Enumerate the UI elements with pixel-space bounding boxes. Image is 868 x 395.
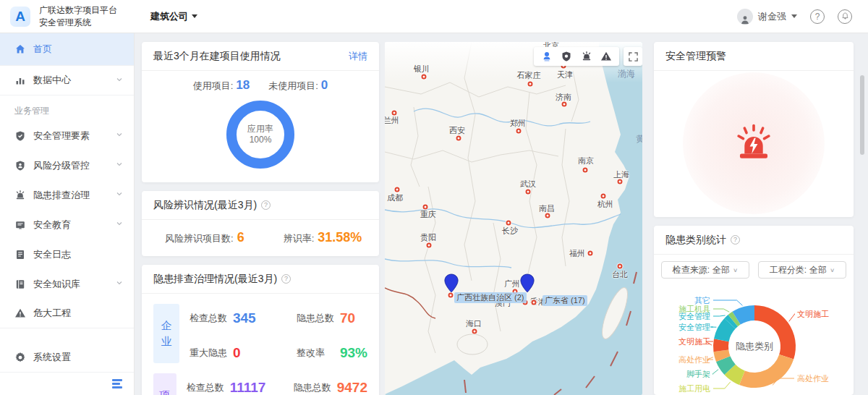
help-icon[interactable]: ? xyxy=(281,274,291,284)
gear-icon xyxy=(14,352,26,363)
used-projects-stat: 使用项目:18 xyxy=(193,78,250,93)
fullscreen-button[interactable] xyxy=(624,47,642,66)
sidebar-item-label: 安全教育 xyxy=(33,218,71,232)
sidebar-item-label: 安全管理要素 xyxy=(33,129,90,143)
usage-card-title: 最近3个月在建项目使用情况 xyxy=(153,50,281,63)
hazard-stat-label: 检查总数 xyxy=(187,381,230,394)
usage-donut-center: 应用率 100% xyxy=(226,100,295,169)
siren-alarm-icon xyxy=(733,122,775,164)
sidebar-item-危大工程[interactable]: 危大工程 xyxy=(0,299,134,328)
chevron-down-icon xyxy=(115,279,124,289)
project-type-select[interactable]: 工程分类: 全部 ∨ xyxy=(758,261,846,279)
map-toolbar-siren-icon[interactable] xyxy=(580,50,593,63)
sidebar-item-label: 安全日志 xyxy=(33,248,71,261)
sidebar-item-安全管理要素[interactable]: 安全管理要素 xyxy=(0,121,134,150)
chevron-down-icon xyxy=(115,160,124,171)
sidebar-section-label: 业务管理 xyxy=(0,95,134,121)
hazard-stat-label: 隐患总数 xyxy=(294,381,337,394)
map-toolbar-person-pin-icon[interactable] xyxy=(540,50,553,63)
donut-label-安全管理: 安全管理 xyxy=(654,311,710,322)
page-scrollbar[interactable] xyxy=(860,75,864,155)
sidebar-item-风险分级管控[interactable]: 风险分级管控 xyxy=(0,150,134,180)
region-cluster-tag[interactable]: 广西壮族自治区 (2) xyxy=(454,292,527,303)
help-button[interactable]: ? xyxy=(810,9,825,24)
donut-leader-line xyxy=(713,309,729,312)
shield-check-icon xyxy=(14,130,26,142)
journal-icon xyxy=(14,249,26,260)
hazard-stat-value: 70 xyxy=(340,310,367,326)
hazard-stat-value: 93% xyxy=(340,345,367,361)
risk-card-title: 风险辨识情况(最近3月) xyxy=(153,199,257,212)
donut-label-文明施工: 文明施工 xyxy=(654,336,710,347)
donut-label-脚手架: 脚手架 xyxy=(654,369,710,380)
home-icon xyxy=(14,43,26,55)
sidebar-item-安全知识库[interactable]: 安全知识库 xyxy=(0,269,134,299)
donut-leader-line xyxy=(713,300,743,305)
chevron-down-icon xyxy=(115,219,124,230)
map-pin-icon[interactable] xyxy=(520,273,535,296)
check-source-select[interactable]: 检查来源: 全部 ∨ xyxy=(661,261,749,279)
map-toolbar-warning-icon[interactable] xyxy=(600,50,613,63)
check-source-value: 全部 xyxy=(712,264,730,276)
sidebar-item-数据中心[interactable]: 数据中心 xyxy=(0,66,134,95)
risk-rate-value: 31.58% xyxy=(318,230,362,245)
chevron-down-icon xyxy=(115,190,124,200)
help-icon[interactable]: ? xyxy=(731,235,740,245)
map-toolbar-shield-icon[interactable] xyxy=(560,50,573,63)
region-cluster-tag[interactable]: 广东省 (17) xyxy=(542,295,587,306)
user-menu[interactable]: 谢金强 xyxy=(737,9,797,25)
user-name: 谢金强 xyxy=(758,10,786,23)
app-logo: A xyxy=(10,7,30,27)
donut-label-安全管理: 安全管理 xyxy=(654,322,710,333)
sidebar-item-label: 风险分级管控 xyxy=(33,159,90,172)
sidebar-item-label: 隐患排查治理 xyxy=(33,189,90,202)
hainan-island xyxy=(457,334,488,354)
risk-rate-stat: 辨识率:31.58% xyxy=(284,230,362,245)
help-icon[interactable]: ? xyxy=(261,200,271,210)
sidebar-item-首页[interactable]: 首页 xyxy=(0,33,134,66)
notification-button[interactable] xyxy=(838,9,852,24)
donut-label-施工用电: 施工用电 xyxy=(654,383,710,394)
sidebar-spacer xyxy=(0,328,134,342)
sidebar-item-安全教育[interactable]: 安全教育 xyxy=(0,210,134,239)
sidebar-item-label: 首页 xyxy=(33,43,52,56)
map-pin-icon[interactable] xyxy=(444,273,459,296)
china-map[interactable]: 北京天津石家庄济南银川兰州西安郑州南京上海杭州武汉南昌成都重庆贵阳长沙福州台北广… xyxy=(385,42,642,395)
app-title: 广联达数字项目平台 安全管理系统 xyxy=(39,4,117,27)
donut-leader-line xyxy=(713,315,726,316)
expand-icon xyxy=(629,52,638,61)
hazard-stat-value: 9472 xyxy=(337,380,367,395)
hazard-stat-label: 检查总数 xyxy=(190,312,233,325)
app-header: A 广联达数字项目平台 安全管理系统 建筑公司 谢金强 ? xyxy=(0,0,868,33)
company-selector[interactable]: 建筑公司 xyxy=(150,10,197,23)
project-type-label: 工程分类: xyxy=(770,264,807,276)
alert-card: 安全管理预警 xyxy=(654,42,854,217)
usage-card: 最近3个月在建项目使用情况 详情 使用项目:18 未使用项目:0 应用率 100… xyxy=(142,42,379,182)
donut-leader-line xyxy=(789,314,795,321)
hazard-stat-label: 整改率 xyxy=(297,347,340,360)
hazard-group-企业: 企业检查总数345隐患总数70重大隐患0整改率93% xyxy=(153,304,367,363)
hazard-stat-value: 11117 xyxy=(230,380,294,395)
warning-icon xyxy=(14,307,26,319)
sidebar-item-系统设置[interactable]: 系统设置 xyxy=(0,342,134,372)
used-projects-value: 18 xyxy=(236,78,250,92)
risk-card: 风险辨识情况(最近3月) ? 风险辨识项目数:6 辨识率:31.58% xyxy=(142,191,379,256)
hazard-stat-value: 345 xyxy=(233,310,297,326)
siren-icon xyxy=(14,190,26,201)
donut-label-高处作业: 高处作业 xyxy=(654,354,710,365)
sidebar-item-label: 危大工程 xyxy=(33,307,71,320)
usage-detail-link[interactable]: 详情 xyxy=(349,50,367,63)
sidebar-item-label: 安全知识库 xyxy=(33,278,80,291)
alert-card-title: 安全管理预警 xyxy=(665,50,726,63)
check-source-label: 检查来源: xyxy=(673,264,710,276)
donut-leader-line xyxy=(713,382,731,388)
risk-projects-stat: 风险辨识项目数:6 xyxy=(165,230,244,245)
sidebar-item-隐患排查治理[interactable]: 隐患排查治理 xyxy=(0,180,134,210)
alert-halo xyxy=(683,72,825,214)
app-title-line1: 广联达数字项目平台 xyxy=(39,4,117,16)
hazard-group-tag: 项目 xyxy=(153,373,176,395)
donut-segment-高处作业[interactable] xyxy=(739,354,793,388)
sidebar-item-安全日志[interactable]: 安全日志 xyxy=(0,239,134,269)
sidebar-collapse-button[interactable] xyxy=(112,379,122,388)
chevron-down-icon xyxy=(192,14,197,18)
